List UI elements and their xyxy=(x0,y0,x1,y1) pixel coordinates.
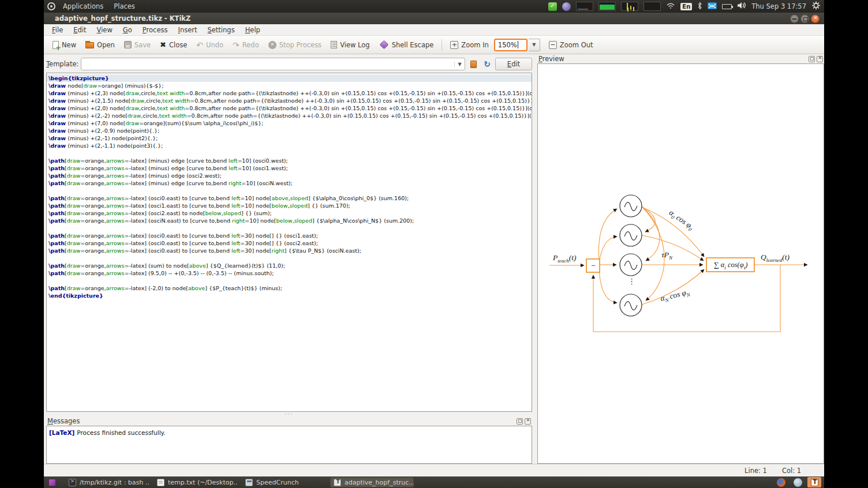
memory-monitor-icon[interactable] xyxy=(598,2,616,11)
code-line xyxy=(47,277,532,284)
preview-column: Preview xyxy=(537,54,824,464)
swap-monitor-icon[interactable] xyxy=(643,2,661,11)
preview-title: Preview xyxy=(538,55,564,63)
taskbar-window-label: SpeedCrunch xyxy=(256,479,299,486)
taskbar-window-button[interactable]: /tmp/ktikz.git : bash ... xyxy=(65,477,149,487)
close-button[interactable] xyxy=(811,14,820,23)
taskbar-window-button[interactable]: SpeedCrunch xyxy=(242,477,326,487)
new-button[interactable]: New xyxy=(48,38,80,52)
volume-icon[interactable] xyxy=(737,2,746,11)
status-bar: Line: 1 Col: 1 xyxy=(44,464,824,476)
text-cursor xyxy=(518,41,518,48)
sum-label: ∑ αi cos(φi) xyxy=(707,258,754,272)
zoom-in-label: Zoom In xyxy=(461,41,489,49)
zoom-out-button[interactable]: Zoom Out xyxy=(545,38,597,52)
mail-icon[interactable] xyxy=(708,2,717,11)
message-tag: [LaTeX] xyxy=(49,429,74,436)
menu-insert[interactable]: Insert xyxy=(173,25,201,35)
template-edit-button[interactable]: Edit xyxy=(495,58,532,70)
code-line: \path[draw=orange,arrows=-latex] (osci0.… xyxy=(47,194,532,202)
menu-help[interactable]: Help xyxy=(241,25,265,35)
cpu-monitor-icon[interactable] xyxy=(576,2,593,11)
menu-view[interactable]: View xyxy=(92,25,117,35)
menu-go[interactable]: Go xyxy=(118,25,137,35)
battery-icon[interactable] xyxy=(722,4,732,9)
menu-settings[interactable]: Settings xyxy=(203,25,239,35)
view-log-label: View Log xyxy=(340,41,370,49)
template-open-button[interactable] xyxy=(467,58,479,70)
code-editor[interactable]: \begin{tikzpicture}\draw node[draw=orang… xyxy=(46,73,532,412)
coupling-label: τPN xyxy=(661,250,672,261)
taskbar-right-icons xyxy=(774,477,822,487)
redo-icon xyxy=(233,40,240,50)
taskbar-window-button[interactable]: adaptive_hopf_struc... xyxy=(330,477,414,487)
messages-close-icon[interactable] xyxy=(525,418,531,425)
messages-title: Messages xyxy=(47,417,80,425)
code-line: \begin{tikzpicture} xyxy=(47,74,532,82)
calculator-icon xyxy=(245,479,253,486)
browser2-icon xyxy=(794,478,802,487)
menu-edit[interactable]: Edit xyxy=(69,25,91,35)
window-title: adaptive_hopf_structure.tikz - KTikZ xyxy=(55,14,190,22)
new-label: New xyxy=(62,41,76,49)
template-reload-button[interactable] xyxy=(481,58,493,70)
firefox-launcher[interactable] xyxy=(774,477,788,487)
save-button[interactable]: Save xyxy=(120,38,155,52)
indicator-orb-icon[interactable] xyxy=(562,2,571,11)
code-line: \draw (minus) +(2,-0.9) node(point){.}; xyxy=(47,127,532,134)
editor-messages-splitter[interactable]: ··· xyxy=(46,412,532,416)
menu-file[interactable]: File xyxy=(47,25,68,35)
network-monitor-icon[interactable] xyxy=(621,2,638,11)
code-line: \path[draw=orange,arrows=-latex] (minus)… xyxy=(47,179,532,187)
messages-float-icon[interactable] xyxy=(517,418,523,425)
preview-float-icon[interactable] xyxy=(809,56,815,62)
open-button[interactable]: Open xyxy=(81,38,119,52)
window-titlebar[interactable]: adaptive_hopf_structure.tikz - KTikZ xyxy=(44,13,824,24)
shell-escape-label: Shell Escape xyxy=(392,41,434,49)
distro-logo-icon[interactable] xyxy=(47,2,55,10)
code-line: \path[draw=orange,arrows=-latex] (osci0.… xyxy=(47,239,532,247)
show-desktop-icon[interactable] xyxy=(48,479,56,486)
terminal-icon xyxy=(69,479,76,486)
editor-column: Template: ▼ Edit \begin{tikzpicture}\dra… xyxy=(46,54,532,464)
menu-process[interactable]: Process xyxy=(138,25,173,35)
menubar: FileEditViewGoProcessInsertSettingsHelp xyxy=(44,24,824,36)
clock[interactable]: Thu Sep 3 17:57 xyxy=(751,2,806,10)
taskbar-window-button[interactable]: temp.txt (~/Desktop... xyxy=(154,477,237,487)
messages-header: Messages xyxy=(46,416,532,426)
code-line: \draw (minus) +(2,-1.1) node(point3){.}; xyxy=(47,142,532,149)
code-line xyxy=(47,224,532,232)
session-gear-icon[interactable] xyxy=(811,1,821,12)
places-menu[interactable]: Places xyxy=(111,1,138,12)
taskbar-window-label: adaptive_hopf_struc... xyxy=(345,479,414,486)
preview-canvas[interactable]: Pteach(t) Qlearned(t) − ∑ αi cos(φi) τPN… xyxy=(537,63,824,464)
code-line: \draw (minus) +(2,-1) node(point2){.}; xyxy=(47,134,532,142)
shell-escape-button[interactable]: Shell Escape xyxy=(375,38,438,52)
toolbar-separator xyxy=(442,39,442,51)
preview-close-icon[interactable] xyxy=(817,56,823,62)
ok-check-icon[interactable] xyxy=(548,2,557,11)
close-file-button[interactable]: Close xyxy=(156,38,191,52)
zoom-out-icon xyxy=(549,41,557,49)
zoom-level-input[interactable]: 150% xyxy=(494,39,527,51)
template-dropdown-arrow-icon[interactable]: ▼ xyxy=(454,62,465,67)
wifi-icon[interactable] xyxy=(666,2,675,11)
messages-log[interactable]: [LaTeX]Process finished successfully. xyxy=(46,426,532,464)
undo-button[interactable]: Undo xyxy=(192,38,227,52)
stop-process-button[interactable]: Stop Process xyxy=(264,38,326,52)
tex-editor-launcher[interactable] xyxy=(807,477,821,487)
message-text: Process finished successfully. xyxy=(77,429,165,436)
redo-button[interactable]: Redo xyxy=(229,38,263,52)
maximize-button[interactable] xyxy=(800,14,809,23)
bluetooth-icon[interactable] xyxy=(697,2,702,12)
zoom-in-button[interactable]: Zoom In xyxy=(446,38,493,52)
code-line: \path[draw=orange,arrows=-latex] (osci2.… xyxy=(47,209,532,217)
template-combobox[interactable]: ▼ xyxy=(81,58,465,70)
applications-menu[interactable]: Applications xyxy=(60,1,106,12)
keyboard-layout-indicator[interactable]: En xyxy=(680,3,692,10)
browser-launcher[interactable] xyxy=(791,477,805,487)
firefox-icon xyxy=(777,478,785,487)
zoom-dropdown-button[interactable]: ▼ xyxy=(529,39,540,51)
minimize-button[interactable] xyxy=(790,14,799,23)
view-log-button[interactable]: View Log xyxy=(327,38,374,52)
